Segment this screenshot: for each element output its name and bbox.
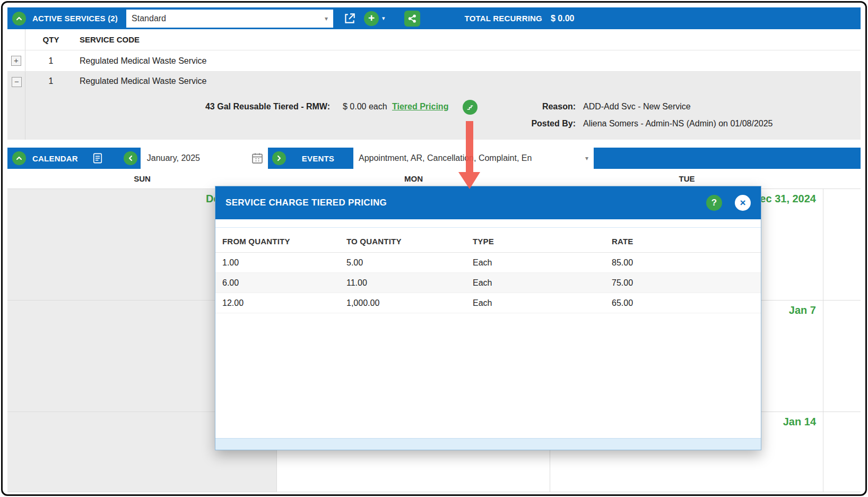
close-icon: ×	[740, 197, 745, 209]
modal-title: SERVICE CHARGE TIERED PRICING	[225, 198, 706, 208]
reason-value: ADD-Add Svc - New Service	[583, 102, 691, 112]
external-link-icon	[343, 12, 357, 25]
cell-date-label: Jan 14	[783, 416, 816, 428]
collapse-row-button[interactable]: −	[12, 77, 22, 87]
from-quantity-column-header: FROM QUANTITY	[215, 228, 340, 253]
reason-label: Reason:	[485, 102, 576, 112]
app-screen: ACTIVE SERVICES (2) Standard ▾ + ▾ TOTAL…	[1, 1, 867, 496]
question-icon: ?	[711, 198, 717, 208]
share-icon	[407, 14, 417, 23]
from-quantity-value: 1.00	[215, 253, 340, 273]
tiered-pricing-link[interactable]: Tiered Pricing	[392, 102, 448, 112]
month-picker[interactable]: January, 2025	[141, 148, 268, 169]
modal-footer-bar	[215, 438, 761, 450]
calendar-cell-wed-week1-partial[interactable]	[823, 189, 861, 301]
type-value: Each	[466, 253, 605, 273]
help-button[interactable]: ?	[706, 195, 722, 211]
type-column-header: TYPE	[466, 228, 605, 253]
list-icon	[92, 152, 103, 164]
material-label: 43 Gal Reusable Tiered - RMW:	[79, 102, 330, 112]
to-quantity-value: 1,000.00	[340, 293, 466, 313]
chevron-left-icon	[126, 154, 135, 162]
tiered-pricing-table: FROM QUANTITY TO QUANTITY TYPE RATE 1.00…	[215, 228, 761, 313]
chevron-down-icon: ▾	[585, 155, 588, 162]
tier-row[interactable]: 12.00 1,000.00 Each 65.00	[215, 293, 761, 313]
chevron-up-icon	[15, 154, 23, 162]
service-qty: 1	[25, 56, 76, 66]
tiered-pricing-button[interactable]	[463, 100, 478, 115]
service-code-value: Regulated Medical Waste Service	[76, 56, 207, 66]
rate-column-header: RATE	[605, 228, 761, 253]
calendar-cell-wed-week3-partial[interactable]	[823, 412, 861, 492]
chevron-down-icon: ▾	[325, 15, 328, 22]
service-row-1[interactable]: + 1 Regulated Medical Waste Service	[7, 50, 861, 72]
tiers-stairs-icon	[466, 103, 474, 112]
service-row-2-expanded[interactable]: − 1 Regulated Medical Waste Service 43 G…	[7, 72, 861, 140]
cell-date-label: Dec 31, 2024	[752, 193, 816, 205]
to-quantity-value: 5.00	[340, 253, 466, 273]
active-services-title: ACTIVE SERVICES (2)	[32, 14, 118, 23]
type-value: Each	[466, 293, 605, 313]
active-services-bar: ACTIVE SERVICES (2) Standard ▾ + ▾ TOTAL…	[7, 7, 861, 29]
expander-column-header	[7, 29, 25, 50]
plus-icon: +	[368, 12, 375, 24]
month-label: January, 2025	[147, 153, 200, 163]
posted-by-label: Posted By:	[485, 119, 576, 128]
rate-value: 75.00	[605, 273, 761, 293]
total-recurring-value: $ 0.00	[551, 14, 574, 23]
share-services-button[interactable]	[404, 11, 420, 27]
tier-table-header-row: FROM QUANTITY TO QUANTITY TYPE RATE	[215, 228, 761, 253]
close-modal-button[interactable]: ×	[735, 195, 751, 211]
type-value: Each	[466, 273, 605, 293]
cell-date-label: Jan 7	[789, 304, 816, 316]
calendar-title: CALENDAR	[32, 154, 78, 163]
annotation-arrow-icon	[457, 120, 482, 190]
rate-value: 65.00	[605, 293, 761, 313]
rate-value: 85.00	[605, 253, 761, 273]
expand-row-button[interactable]: +	[11, 56, 21, 66]
price-text: $ 0.00 each	[343, 102, 387, 112]
tier-row[interactable]: 1.00 5.00 Each 85.00	[215, 253, 761, 273]
tiered-pricing-modal: SERVICE CHARGE TIERED PRICING ? × FROM Q…	[215, 186, 761, 450]
posted-by-value: Aliena Somers - Admin-NS (Admin) on 01/0…	[583, 119, 773, 128]
add-service-button[interactable]: +	[364, 11, 379, 26]
tier-row[interactable]: 6.00 11.00 Each 75.00	[215, 273, 761, 293]
calendar-cell-wed-week2-partial[interactable]	[823, 301, 861, 412]
add-service-menu-caret-icon[interactable]: ▾	[382, 15, 385, 22]
from-quantity-value: 6.00	[215, 273, 340, 293]
modal-title-bar: SERVICE CHARGE TIERED PRICING ? ×	[215, 186, 761, 219]
service-view-value: Standard	[132, 14, 166, 23]
events-filter-value: Appointment, AR, Cancellation, Complaint…	[359, 153, 532, 163]
add-service-split-button[interactable]: + ▾	[364, 11, 385, 26]
collapse-calendar-button[interactable]	[12, 151, 26, 165]
next-month-button[interactable]	[272, 151, 286, 165]
service-code-value: Regulated Medical Waste Service	[80, 76, 207, 86]
calendar-bar: CALENDAR January, 2025 EVENTS Appointmen…	[7, 148, 861, 169]
service-qty: 1	[25, 76, 76, 86]
events-label: EVENTS	[302, 154, 334, 163]
total-recurring-label: TOTAL RECURRING	[465, 14, 542, 23]
calendar-agenda-view-button[interactable]	[90, 150, 106, 166]
qty-column-header: QTY	[25, 35, 76, 44]
services-table-header: QTY SERVICE CODE	[7, 29, 861, 50]
calendar-grid-icon	[251, 152, 264, 165]
to-quantity-column-header: TO QUANTITY	[340, 228, 466, 253]
service-view-dropdown[interactable]: Standard ▾	[126, 10, 333, 28]
chevron-right-icon	[275, 154, 283, 162]
from-quantity-value: 12.00	[215, 293, 340, 313]
open-in-new-window-button[interactable]	[342, 11, 358, 27]
to-quantity-value: 11.00	[340, 273, 466, 293]
previous-month-button[interactable]	[124, 151, 137, 165]
chevron-up-icon	[15, 14, 23, 23]
collapse-active-services-button[interactable]	[12, 12, 26, 25]
service-code-column-header: SERVICE CODE	[76, 35, 140, 44]
